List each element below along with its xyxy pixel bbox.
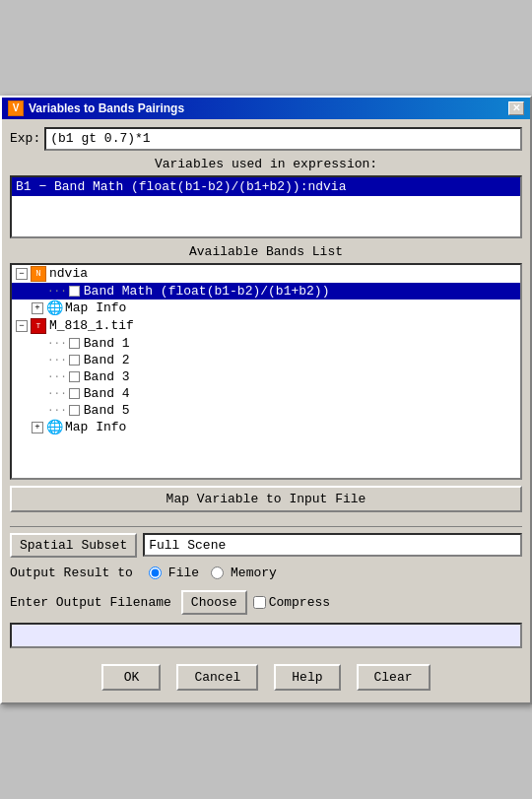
bandmath-label: Band Math (float(b1-b2)/(b1+b2)) xyxy=(84,284,330,299)
tif-icon: T xyxy=(31,318,46,334)
filename-input-row xyxy=(10,623,522,648)
band3-label: Band 3 xyxy=(84,369,130,384)
mapinfo-ndvia-label: Map Info xyxy=(65,300,126,315)
tree-item-band2[interactable]: ··· Band 2 xyxy=(12,352,520,368)
band1-label: Band 1 xyxy=(84,336,130,351)
spatial-subset-row: Spatial Subset Full Scene xyxy=(10,533,522,558)
tree-item-tif[interactable]: − T M_818_1.tif xyxy=(12,317,520,335)
help-button[interactable]: Help xyxy=(274,664,340,691)
expression-input[interactable] xyxy=(44,127,522,151)
globe-icon-ndvia: 🌐 xyxy=(46,300,62,316)
band5-label: Band 5 xyxy=(84,403,130,418)
band4-checkbox[interactable] xyxy=(69,388,80,399)
tree-item-band1[interactable]: ··· Band 1 xyxy=(12,335,520,352)
tree-item-bandmath[interactable]: ··· Band Math (float(b1-b2)/(b1+b2)) xyxy=(12,283,520,300)
spatial-subset-button[interactable]: Spatial Subset xyxy=(10,533,137,558)
expand-ndvia[interactable]: − xyxy=(16,268,28,280)
bandmath-checkbox[interactable] xyxy=(69,286,80,297)
title-bar: V Variables to Bands Pairings ✕ xyxy=(2,98,530,119)
map-variable-button[interactable]: Map Variable to Input File xyxy=(10,486,522,512)
filename-label: Enter Output Filename xyxy=(10,595,171,610)
tree-item-band5[interactable]: ··· Band 5 xyxy=(12,402,520,419)
dotted-b4: ··· xyxy=(47,387,67,399)
expand-mapinfo-tif[interactable]: + xyxy=(32,422,43,433)
mapinfo-tif-label: Map Info xyxy=(65,420,126,434)
close-button[interactable]: ✕ xyxy=(508,101,524,115)
expand-tif[interactable]: − xyxy=(16,320,28,332)
window-title: Variables to Bands Pairings xyxy=(29,101,184,115)
file-radio-group[interactable]: File xyxy=(149,566,199,580)
dotted-connector: ··· xyxy=(47,285,67,297)
tif-label: M_818_1.tif xyxy=(49,318,134,333)
file-radio-label: File xyxy=(168,566,199,580)
bands-tree[interactable]: − N ndvia ··· Band Math (float(b1-b2)/(b… xyxy=(10,263,522,480)
ndvia-label: ndvia xyxy=(49,266,88,281)
compress-checkbox[interactable] xyxy=(253,596,266,609)
dotted-b1: ··· xyxy=(47,337,67,349)
output-result-row: Output Result to File Memory xyxy=(10,566,522,580)
tree-item-mapinfo-ndvia[interactable]: + 🌐 Map Info xyxy=(12,300,520,317)
variables-section-label: Variables used in expression: xyxy=(10,157,522,171)
dotted-b5: ··· xyxy=(47,404,67,416)
tree-item-mapinfo-tif[interactable]: + 🌐 Map Info xyxy=(12,419,520,436)
memory-radio-label: Memory xyxy=(231,566,277,580)
tree-item-band4[interactable]: ··· Band 4 xyxy=(12,385,520,402)
memory-radio-group[interactable]: Memory xyxy=(211,566,277,580)
tree-item-ndvia[interactable]: − N ndvia xyxy=(12,265,520,283)
band2-label: Band 2 xyxy=(84,353,130,367)
content-area: Exp: Variables used in expression: B1 − … xyxy=(2,119,530,702)
memory-radio[interactable] xyxy=(211,566,224,579)
title-bar-left: V Variables to Bands Pairings xyxy=(8,100,184,116)
ndvia-icon: N xyxy=(31,266,46,282)
separator xyxy=(10,526,522,527)
bands-section-label: Available Bands List xyxy=(10,244,522,259)
dotted-b2: ··· xyxy=(47,354,67,366)
filename-row: Enter Output Filename Choose Compress xyxy=(10,590,522,615)
bottom-buttons: OK Cancel Help Clear xyxy=(10,658,522,695)
dotted-b3: ··· xyxy=(47,370,67,382)
variable-item[interactable]: B1 − Band Math (float(b1-b2)/(b1+b2)):nd… xyxy=(12,177,520,196)
compress-label: Compress xyxy=(269,595,330,610)
expand-mapinfo-ndvia[interactable]: + xyxy=(32,302,43,314)
main-window: V Variables to Bands Pairings ✕ Exp: Var… xyxy=(0,96,532,704)
band2-checkbox[interactable] xyxy=(69,355,80,366)
band3-checkbox[interactable] xyxy=(69,371,80,382)
exp-label: Exp: xyxy=(10,131,40,146)
expression-row: Exp: xyxy=(10,127,522,151)
window-icon: V xyxy=(8,100,24,116)
file-radio[interactable] xyxy=(149,566,162,579)
band1-checkbox[interactable] xyxy=(69,338,80,349)
compress-group[interactable]: Compress xyxy=(253,595,330,610)
ok-button[interactable]: OK xyxy=(101,664,161,691)
output-result-label: Output Result to xyxy=(10,566,133,580)
choose-button[interactable]: Choose xyxy=(181,590,247,615)
band4-label: Band 4 xyxy=(84,386,130,401)
filename-input[interactable] xyxy=(10,623,522,648)
cancel-button[interactable]: Cancel xyxy=(176,664,258,691)
globe-icon-tif: 🌐 xyxy=(46,420,62,435)
variables-list[interactable]: B1 − Band Math (float(b1-b2)/(b1+b2)):nd… xyxy=(10,175,522,238)
tree-item-band3[interactable]: ··· Band 3 xyxy=(12,368,520,385)
spatial-subset-value: Full Scene xyxy=(143,533,522,557)
band5-checkbox[interactable] xyxy=(69,405,80,416)
clear-button[interactable]: Clear xyxy=(357,664,431,691)
